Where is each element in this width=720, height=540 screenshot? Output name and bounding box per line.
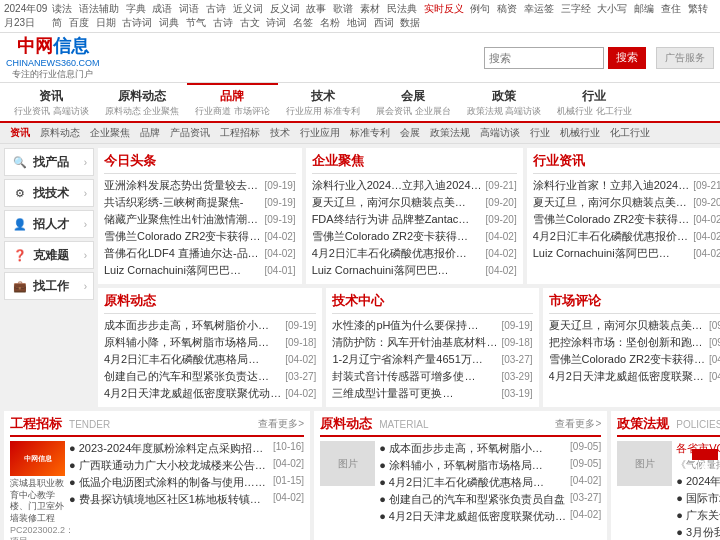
second-nav-jixie[interactable]: 机械行业 (556, 125, 604, 141)
news-link[interactable]: 普佛石化LDF4 直播迪尔达-品… (104, 246, 259, 261)
second-nav-chanpin[interactable]: 产品资讯 (166, 125, 214, 141)
second-nav-hangye[interactable]: 行业 (526, 125, 554, 141)
top-link[interactable]: 古诗 (206, 3, 226, 14)
top-link[interactable]: 词语 (179, 3, 199, 14)
float-ad-button[interactable]: 广告 服务 (692, 449, 718, 460)
top-link[interactable]: 日期 (96, 17, 116, 28)
tab-zixun[interactable]: 资讯 行业资讯 高端访谈 (6, 83, 97, 121)
news-link[interactable]: 清防护防：风车开针油基底材料… (332, 335, 497, 350)
search-input[interactable] (484, 47, 604, 69)
top-link[interactable]: 数据 (400, 17, 420, 28)
news-link[interactable]: 夏天辽旦，南河尔贝糖装点美… (312, 195, 466, 210)
top-link[interactable]: 成语 (152, 3, 172, 14)
news-link[interactable]: ● 4月2日天津龙威超低密度联聚优动… (379, 509, 566, 524)
second-nav-zhengce[interactable]: 政策法规 (426, 125, 474, 141)
news-link[interactable]: 雪佛兰Colorado ZR2变卡获得… (312, 229, 468, 244)
tab-yuanliao[interactable]: 原料动态 原料动态 企业聚焦 (97, 83, 188, 121)
news-link[interactable]: 雪佛兰Colorado ZR2变卡获得… (533, 212, 689, 227)
second-nav-biaozhun[interactable]: 标准专利 (346, 125, 394, 141)
tab-pinpai[interactable]: 品牌 行业商道 市场评论 (187, 83, 278, 121)
raw-more-link[interactable]: 查看更多> (555, 417, 601, 431)
sidebar-item-job[interactable]: 💼 找工作 › (4, 272, 94, 300)
news-link[interactable]: ● 3月份我国制造业PMI回升至52%，湖北14个… (676, 525, 720, 540)
top-link[interactable]: 古诗 (213, 17, 233, 28)
tab-jishu[interactable]: 技术 行业应用 标准专利 (278, 83, 369, 121)
top-link[interactable]: 西词 (374, 17, 394, 28)
news-link[interactable]: 4月2日天津龙威超低密度联聚优动… (104, 386, 281, 401)
news-link[interactable]: ● 2023-2024年度腻粉涂料定点采购招公告 (69, 441, 269, 456)
news-link[interactable]: ● 国际市场布局盘点，国际鞋勒企业陶朱美… (676, 491, 720, 506)
second-nav-qiye[interactable]: 企业聚焦 (86, 125, 134, 141)
top-link[interactable]: 大小写 (597, 3, 627, 14)
sidebar-item-tech[interactable]: ⚙ 找技术 › (4, 179, 94, 207)
news-link[interactable]: 雪佛兰Colorado ZR2变卡获得… (104, 229, 260, 244)
top-link[interactable]: 三字经 (561, 3, 591, 14)
news-link[interactable]: Luiz Cornachuini落阿巴巴… (312, 263, 449, 278)
top-link[interactable]: 字典 (126, 3, 146, 14)
second-nav-huizhan[interactable]: 会展 (396, 125, 424, 141)
news-link[interactable]: 涂料行业首家！立邦入迪2024… (533, 178, 689, 193)
news-link[interactable]: 夏天辽旦，南河尔贝糖装点美… (533, 195, 687, 210)
news-link[interactable]: 4月2日汇丰石化磷酸优惠报价… (533, 229, 688, 244)
tab-hangye[interactable]: 行业 机械行业 化工行业 (549, 83, 640, 121)
news-link[interactable]: ● 费县探访镇境地区社区1栋地板转镇缘项目… (69, 492, 269, 507)
top-link[interactable]: 语法辅助 (79, 3, 119, 14)
second-nav-pinpai[interactable]: 品牌 (136, 125, 164, 141)
top-link[interactable]: 名粉 (320, 17, 340, 28)
top-link[interactable]: 邮编 (634, 3, 654, 14)
news-link[interactable]: 涂料行业入2024…立邦入迪2024… (312, 178, 482, 193)
news-link[interactable]: 原料辅小降，环氧树脂市场格局… (104, 335, 269, 350)
news-link[interactable]: FDA终结行为讲 品牌整Zantac… (312, 212, 470, 227)
news-link[interactable]: 4月2日汇丰石化磷酸优惠报价… (312, 246, 467, 261)
news-link[interactable]: ● 成本面步步走高，环氧树脂小… (379, 441, 543, 456)
news-link[interactable]: ● 广东关于进一步加强工业企业重工厂的通知… (676, 508, 720, 523)
top-link[interactable]: 古诗词 (122, 17, 152, 28)
news-link[interactable]: Luiz Cornachuini落阿巴巴… (533, 246, 670, 261)
top-link[interactable]: 故事 (306, 3, 326, 14)
second-nav-huagong[interactable]: 化工行业 (606, 125, 654, 141)
news-link[interactable]: 创建自己的汽车和型紧张负责达… (104, 369, 269, 384)
top-link[interactable]: 读法 (52, 3, 72, 14)
news-link[interactable]: 4月2日汇丰石化磷酸优惠格局… (104, 352, 259, 367)
second-nav-yuanliao[interactable]: 原料动态 (36, 125, 84, 141)
top-link[interactable]: 地词 (347, 17, 367, 28)
news-link[interactable]: 成本面步步走高，环氧树脂价小… (104, 318, 269, 333)
news-link[interactable]: ● 涂料辅小，环氧树脂市场格局… (379, 458, 543, 473)
news-link[interactable]: 1-2月辽宁省涂料产量4651万… (332, 352, 482, 367)
sidebar-item-products[interactable]: 🔍 找产品 › (4, 148, 94, 176)
sidebar-item-problem[interactable]: ❓ 克难题 › (4, 241, 94, 269)
top-link[interactable]: 民法典 (387, 3, 417, 14)
news-link[interactable]: 亚洲涂料发展态势出货量较去… (104, 178, 258, 193)
search-button[interactable]: 搜索 (608, 47, 646, 69)
ad-button[interactable]: 广告服务 (656, 47, 714, 69)
top-link[interactable]: 查住 (661, 3, 681, 14)
top-link[interactable]: 名签 (293, 17, 313, 28)
second-nav-zixun[interactable]: 资讯 (6, 125, 34, 141)
second-nav-jishu[interactable]: 技术 (266, 125, 294, 141)
news-link[interactable]: 共话织彩绣-三峡树商提聚焦- (104, 195, 243, 210)
top-link[interactable]: 幸运签 (524, 3, 554, 14)
news-link[interactable]: 储藏产业聚焦性出针油激情潮… (104, 212, 258, 227)
tab-zhengce[interactable]: 政策 政策法规 高端访谈 (459, 83, 550, 121)
top-link[interactable]: 稿资 (497, 3, 517, 14)
top-link[interactable]: 词典 (159, 17, 179, 28)
top-link[interactable]: 近义词 (233, 3, 263, 14)
top-link[interactable]: 古文 (240, 17, 260, 28)
news-link[interactable]: ● 广西联通动力广大小校龙城楼来公告（广西… (69, 458, 269, 473)
news-link[interactable]: ● 创建自己的汽车和型紧张负责员自盘 (379, 492, 565, 507)
tender-more-link[interactable]: 查看更多> (258, 417, 304, 431)
second-nav-gongcheng[interactable]: 工程招标 (216, 125, 264, 141)
news-link[interactable]: ● 2024年中国涂料树脂行业政策汇及解读 (676, 474, 720, 489)
news-link[interactable]: 封装式音计传感器可增多使… (332, 369, 475, 384)
news-link[interactable]: 夏天辽旦，南河尔贝糖装点美… (549, 318, 703, 333)
news-link[interactable]: 4月2日天津龙威超低密度联聚… (549, 369, 704, 384)
news-link[interactable]: 把控涂料市场：坚创创新和跑… (549, 335, 703, 350)
top-link[interactable]: 素材 (360, 3, 380, 14)
second-nav-gaoduan[interactable]: 高端访谈 (476, 125, 524, 141)
top-link[interactable]: 反义词 (270, 3, 300, 14)
top-link[interactable]: 例句 (470, 3, 490, 14)
news-link[interactable]: ● 4月2日汇丰石化磷酸优惠格局… (379, 475, 544, 490)
top-link[interactable]: 节气 (186, 17, 206, 28)
news-link[interactable]: 雪佛兰Colorado ZR2变卡获得… (549, 352, 705, 367)
top-link[interactable]: 歌谱 (333, 3, 353, 14)
